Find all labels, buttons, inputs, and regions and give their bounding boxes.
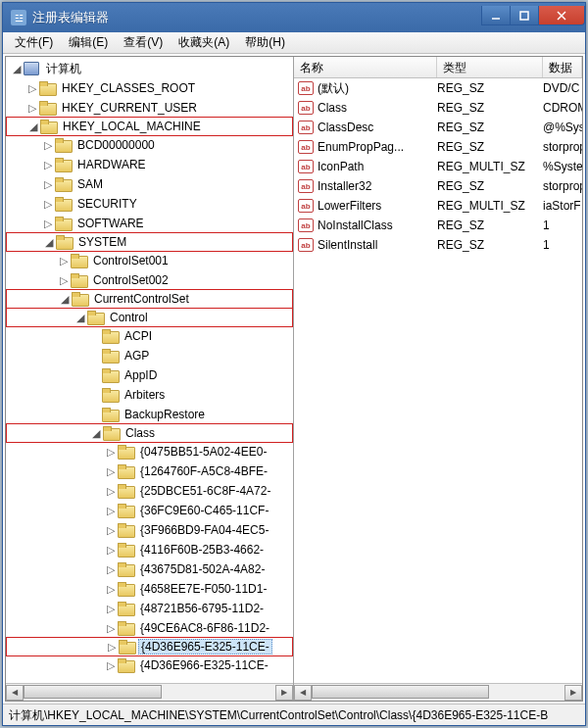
tree-node[interactable]: AGP	[6, 346, 293, 365]
tree-node[interactable]: BackupRestore	[6, 405, 293, 424]
scroll-right-button[interactable]: ▶	[564, 685, 582, 701]
collapse-icon[interactable]: ▷	[104, 659, 118, 672]
tree-hscroll[interactable]: ◀ ▶	[6, 683, 293, 701]
collapse-icon[interactable]: ▷	[41, 218, 55, 230]
value-row[interactable]: ab(默认)REG_SZDVD/C	[294, 78, 582, 98]
scroll-track[interactable]	[24, 685, 275, 701]
collapse-icon[interactable]: ▷	[104, 505, 118, 517]
tree-body[interactable]: ◢计算机▷HKEY_CLASSES_ROOT▷HKEY_CURRENT_USER…	[6, 57, 293, 683]
tree-label: HARDWARE	[74, 157, 149, 172]
expand-icon[interactable]: ◢	[10, 63, 24, 75]
collapse-icon[interactable]: ▷	[104, 603, 118, 615]
tree-node[interactable]: ▷{0475BB51-5A02-4EE0-	[6, 442, 293, 461]
scroll-track[interactable]	[312, 685, 564, 701]
tree-node[interactable]: ◢CurrentControlSet	[6, 289, 293, 309]
tree-node[interactable]: ◢计算机	[6, 59, 293, 78]
value-row[interactable]: abEnumPropPag...REG_SZstorprop	[294, 137, 582, 157]
list-pane: 名称 类型 数据 ab(默认)REG_SZDVD/CabClassREG_SZC…	[294, 57, 582, 701]
collapse-icon[interactable]: ▷	[104, 583, 118, 596]
scroll-right-button[interactable]: ▶	[275, 685, 293, 701]
collapse-icon[interactable]: ▷	[105, 641, 119, 654]
collapse-icon[interactable]: ▷	[41, 198, 55, 211]
tree-node[interactable]: ▷{4116F60B-25B3-4662-	[6, 540, 293, 559]
list-hscroll[interactable]: ◀ ▶	[294, 683, 582, 701]
collapse-icon[interactable]: ▷	[104, 622, 118, 635]
value-row[interactable]: abIconPathREG_MULTI_SZ%Syste	[294, 157, 582, 176]
expand-icon[interactable]: ◢	[74, 312, 87, 324]
col-name[interactable]: 名称	[294, 57, 437, 77]
value-row[interactable]: abClassREG_SZCDROM	[294, 98, 582, 118]
value-row[interactable]: abInstaller32REG_SZstorprop	[294, 176, 582, 196]
collapse-icon[interactable]: ▷	[104, 446, 118, 459]
expand-icon[interactable]: ◢	[42, 236, 56, 249]
menu-file[interactable]: 文件(F)	[7, 32, 61, 53]
expand-icon[interactable]: ◢	[58, 293, 72, 306]
collapse-icon[interactable]: ▷	[104, 544, 118, 557]
menu-help[interactable]: 帮助(H)	[237, 32, 293, 53]
tree-label: AppID	[122, 367, 160, 383]
close-button[interactable]	[538, 6, 585, 25]
tree-node[interactable]: ▷HARDWARE	[6, 155, 293, 174]
tree-node[interactable]: ▷{49CE6AC8-6F86-11D2-	[6, 618, 293, 638]
value-row[interactable]: abClassDescREG_SZ@%Sys	[294, 118, 582, 137]
collapse-icon[interactable]: ▷	[104, 485, 118, 498]
tree-node[interactable]: ▷SAM	[6, 174, 293, 194]
menu-view[interactable]: 查看(V)	[116, 32, 171, 53]
tree-node[interactable]: ▷{4D36E966-E325-11CE-	[6, 655, 293, 675]
tree-node[interactable]: ▷ControlSet001	[6, 251, 293, 270]
tree-node[interactable]: ▷{36FC9E60-C465-11CF-	[6, 501, 293, 520]
tree-node[interactable]: ▷{3F966BD9-FA04-4EC5-	[6, 520, 293, 540]
titlebar[interactable]: ☳ 注册表编辑器	[3, 3, 585, 32]
tree-node[interactable]: ACPI	[6, 326, 293, 346]
tree-node[interactable]: Arbiters	[6, 385, 293, 405]
list-body[interactable]: ab(默认)REG_SZDVD/CabClassREG_SZCDROMabCla…	[294, 78, 582, 683]
collapse-icon[interactable]: ▷	[104, 465, 118, 478]
tree-node[interactable]: ▷BCD00000000	[6, 135, 293, 155]
collapse-icon[interactable]: ▷	[57, 255, 71, 267]
collapse-icon[interactable]: ▷	[41, 159, 55, 171]
scroll-left-button[interactable]: ◀	[294, 685, 312, 701]
value-data: iaStorF	[543, 199, 582, 213]
tree-node[interactable]: ▷{4658EE7E-F050-11D1-	[6, 579, 293, 599]
tree-node[interactable]: ▷{43675D81-502A-4A82-	[6, 559, 293, 579]
tree-node[interactable]: ▷SOFTWARE	[6, 214, 293, 233]
collapse-icon[interactable]: ▷	[57, 274, 71, 287]
tree-node[interactable]: ▷SECURITY	[6, 194, 293, 214]
collapse-icon[interactable]: ▷	[25, 102, 39, 115]
menu-favorites[interactable]: 收藏夹(A)	[171, 32, 237, 53]
tree-label: CurrentControlSet	[91, 291, 192, 307]
value-row[interactable]: abLowerFiltersREG_MULTI_SZiaStorF	[294, 196, 582, 216]
scroll-thumb[interactable]	[24, 685, 162, 699]
maximize-button[interactable]	[510, 6, 539, 25]
tree-node[interactable]: ◢HKEY_LOCAL_MACHINE	[6, 117, 293, 136]
tree-node[interactable]: ▷{4D36E965-E325-11CE-	[6, 637, 293, 656]
collapse-icon[interactable]: ▷	[104, 563, 118, 576]
expand-icon[interactable]: ◢	[26, 121, 40, 133]
value-row[interactable]: abNoInstallClassREG_SZ1	[294, 216, 582, 235]
col-type[interactable]: 类型	[437, 57, 543, 77]
col-data[interactable]: 数据	[543, 57, 582, 77]
scroll-left-button[interactable]: ◀	[6, 685, 24, 701]
menu-edit[interactable]: 编辑(E)	[61, 32, 116, 53]
registry-editor-window: ☳ 注册表编辑器 文件(F) 编辑(E) 查看(V) 收藏夹(A) 帮助(H) …	[2, 2, 586, 726]
collapse-icon[interactable]: ▷	[25, 82, 39, 95]
tree-label: BackupRestore	[122, 407, 208, 422]
scroll-thumb[interactable]	[312, 685, 489, 699]
tree-node[interactable]: ▷HKEY_CURRENT_USER	[6, 98, 293, 118]
tree-node[interactable]: ◢Control	[6, 308, 293, 327]
tree-node[interactable]: ◢SYSTEM	[6, 232, 293, 252]
expand-icon[interactable]: ◢	[89, 427, 103, 440]
tree-node[interactable]: ▷{1264760F-A5C8-4BFE-	[6, 461, 293, 481]
value-row[interactable]: abSilentInstallREG_SZ1	[294, 235, 582, 255]
tree-label: ACPI	[122, 328, 155, 344]
collapse-icon[interactable]: ▷	[104, 524, 118, 537]
minimize-button[interactable]	[481, 6, 511, 25]
tree-node[interactable]: AppID	[6, 365, 293, 385]
collapse-icon[interactable]: ▷	[41, 178, 55, 191]
tree-node[interactable]: ▷HKEY_CLASSES_ROOT	[6, 78, 293, 98]
collapse-icon[interactable]: ▷	[41, 139, 55, 152]
tree-node[interactable]: ▷{25DBCE51-6C8F-4A72-	[6, 481, 293, 501]
tree-node[interactable]: ▷{48721B56-6795-11D2-	[6, 599, 293, 618]
tree-node[interactable]: ▷ControlSet002	[6, 270, 293, 290]
tree-node[interactable]: ◢Class	[6, 423, 293, 443]
